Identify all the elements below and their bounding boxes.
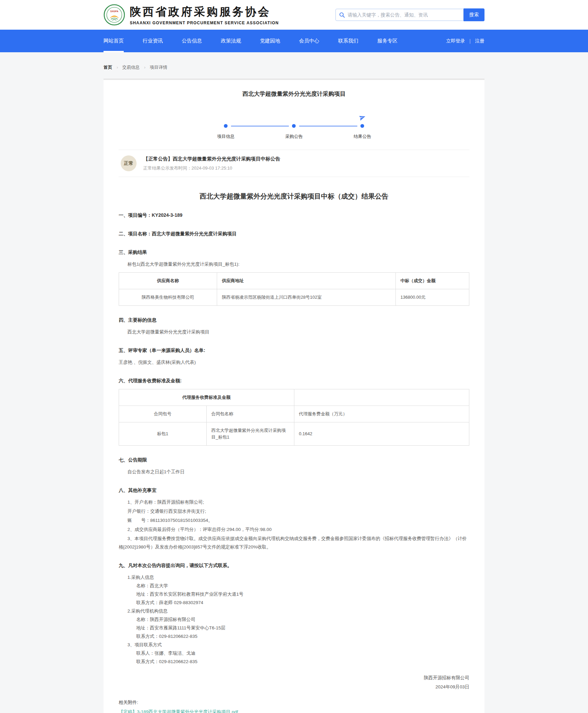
step-dot-project-info xyxy=(224,124,228,128)
section-8-line: 开户银行：交通银行西安甜水井街支行; xyxy=(119,507,469,516)
section-8-line: 1、开户名称：陕西开源招标有限公司; xyxy=(119,498,469,506)
breadcrumb-home[interactable]: 首页 xyxy=(104,65,112,70)
breadcrumb-current: 项目详情 xyxy=(150,65,167,70)
section-8-heading: 八、其他补充事宜 xyxy=(119,486,469,495)
section-5-heading: 五、评审专家（单一来源采购人员）名单: xyxy=(119,346,469,355)
contact-line: 联系方式：薛老师 029-88302974 xyxy=(119,599,469,607)
step-label-result-notice[interactable]: 结果公告 xyxy=(342,133,383,140)
section-8-line: 3、本项目代理服务费按货物计取。成交供应商应依据成交金额向采购代理机构交纳成交服… xyxy=(119,534,469,551)
contact-group-title: 3、项目联系方式 xyxy=(119,641,469,649)
breadcrumb-separator: › xyxy=(144,65,145,70)
step-label-procurement-notice[interactable]: 采购公告 xyxy=(274,133,314,140)
table-header-row: 供应商名称 供应商地址 中标（成交）金额 xyxy=(119,273,469,289)
col-agency-fee: 代理服务费金额（万元） xyxy=(294,406,469,422)
step-dot-result-notice xyxy=(360,124,364,128)
contact-line: 名称：西北大学 xyxy=(119,582,469,590)
contact-line: 地址：西安市长安区郭杜教育科技产业区学府大道1号 xyxy=(119,590,469,599)
breadcrumb-separator: › xyxy=(117,65,118,70)
agency-fee-table: 代理服务收费标准及金额 合同包号 合同包名称 代理服务费金额（万元） 标包1 西… xyxy=(119,389,469,446)
emblem-seal-text: SXGPA xyxy=(110,10,118,13)
contact-group-title: 1.采购人信息 xyxy=(119,573,469,582)
association-emblem-icon: SXGPA xyxy=(104,4,125,26)
contact-group-title: 2.采购代理机构信息 xyxy=(119,607,469,615)
notice-publish-time: 正常结果公示发布时间：2024-09-03 17:25:10 xyxy=(143,165,280,171)
site-title-cn: 陕西省政府采购服务协会 xyxy=(130,4,279,20)
project-detail-card: 西北大学超微量紫外分光光度计采购项目 项目信息 采购公告 结果公告 正常 【 xyxy=(104,79,484,713)
award-amount: 136800.00元 xyxy=(396,289,469,306)
login-link[interactable]: 立即登录 xyxy=(446,38,465,44)
section-3-package-line: 标包1(西北大学超微量紫外分光光度计采购项目_标包1): xyxy=(119,260,469,268)
section-9-heading: 九、凡对本次公告内容提出询问，请按以下方式联系。 xyxy=(119,561,469,570)
site-title-en: SHAANXI GOVERNMENT PROCUREMENT SERVICE A… xyxy=(130,21,279,25)
nav-item-home[interactable]: 网站首页 xyxy=(104,30,124,52)
signature-date: 2024年09月03日 xyxy=(119,682,469,691)
nav-item-party-building[interactable]: 党建园地 xyxy=(260,30,280,52)
section-7-heading: 七、公告期限 xyxy=(119,456,469,464)
search-button[interactable]: 搜索 xyxy=(464,8,484,21)
site-logo[interactable]: SXGPA 陕西省政府采购服务协会 SHAANXI GOVERNMENT PRO… xyxy=(104,4,279,26)
section-8-line: 2、成交供应商最后得分（平均分）：评审总得分:294.00，平均分:98.00 xyxy=(119,525,469,534)
section-1-project-number: 一、项目编号：KY2024-3-189 xyxy=(119,211,469,219)
table-row: 陕西格美生物科技有限公司 陕西省杨凌示范区杨陵街道上川口西单街28号102室 1… xyxy=(119,289,469,306)
main-nav: 网站首页 行业资讯 公告信息 政策法规 党建园地 会员中心 联系我们 服务专区 … xyxy=(0,30,588,52)
auth-divider: ｜ xyxy=(468,38,472,44)
contact-line: 名称：陕西开源招标有限公司 xyxy=(119,615,469,624)
project-title: 西北大学超微量紫外分光光度计采购项目 xyxy=(119,90,469,98)
section-3-heading: 三、采购结果 xyxy=(119,248,469,256)
col-supplier-address: 供应商地址 xyxy=(217,273,396,289)
notice-list-item[interactable]: 正常 【正常公告】西北大学超微量紫外分光光度计采购项目中标公告 正常结果公示发布… xyxy=(119,150,469,177)
section-8-line: 账 号：86113010750181501003354。 xyxy=(119,516,469,525)
nav-item-contact-us[interactable]: 联系我们 xyxy=(338,30,358,52)
step-connector xyxy=(299,126,357,126)
agency-fee-amount: 0.1642 xyxy=(294,422,469,446)
supplier-address: 陕西省杨凌示范区杨陵街道上川口西单街28号102室 xyxy=(217,289,396,306)
section-4-value: 西北大学超微量紫外分光光度计采购项目 xyxy=(119,328,469,336)
page: SXGPA 陕西省政府采购服务协会 SHAANXI GOVERNMENT PRO… xyxy=(0,0,588,713)
table-subheader-row: 合同包号 合同包名称 代理服务费金额（万元） xyxy=(119,406,469,422)
result-table: 供应商名称 供应商地址 中标（成交）金额 陕西格美生物科技有限公司 陕西省杨凌示… xyxy=(119,272,469,306)
status-badge: 正常 xyxy=(121,155,136,171)
attachments-label: 相关附件: xyxy=(119,699,469,706)
table-row: 标包1 西北大学超微量紫外分光光度计采购项目_标包1 0.1642 xyxy=(119,422,469,446)
step-connector xyxy=(231,126,289,126)
nav-item-policy[interactable]: 政策法规 xyxy=(221,30,241,52)
col-contract-package-no: 合同包号 xyxy=(119,406,207,422)
fee-table-empty-header xyxy=(294,390,469,406)
search-icon xyxy=(339,12,345,18)
paper-plane-icon xyxy=(359,114,366,121)
nav-item-industry-news[interactable]: 行业资讯 xyxy=(143,30,163,52)
contact-line: 地址：西安市雁展路1111号莱安中心T6-15层 xyxy=(119,624,469,632)
notice-title: 【正常公告】西北大学超微量紫外分光光度计采购项目中标公告 xyxy=(143,156,280,162)
nav-item-service-zone[interactable]: 服务专区 xyxy=(377,30,398,52)
step-dot-procurement-notice xyxy=(292,124,296,128)
breadcrumb-trade-info[interactable]: 交易信息 xyxy=(122,65,140,70)
signature-block: 陕西开源招标有限公司 2024年09月03日 xyxy=(119,673,469,691)
breadcrumb: 首页 › 交易信息 › 项目详情 xyxy=(104,52,484,70)
contract-package-no: 标包1 xyxy=(119,422,207,446)
table-merged-header-row: 代理服务收费标准及金额 xyxy=(119,390,469,406)
section-4-heading: 四、主要标的信息 xyxy=(119,316,469,324)
fee-table-merged-header: 代理服务收费标准及金额 xyxy=(119,390,294,406)
search-bar: 搜索 xyxy=(335,8,484,21)
col-supplier-name: 供应商名称 xyxy=(119,273,217,289)
attachment-pdf-link[interactable]: 【定稿】3-189西北大学超微量紫外分光光度计采购项目.pdf xyxy=(119,709,238,713)
section-6-heading: 六、代理服务收费标准及金额: xyxy=(119,377,469,385)
nav-item-announcements[interactable]: 公告信息 xyxy=(182,30,202,52)
section-2-project-name: 二、项目名称：西北大学超微量紫外分光光度计采购项目 xyxy=(119,230,469,238)
contact-line: 联系方式：029-81206622-835 xyxy=(119,632,469,641)
supplier-name: 陕西格美生物科技有限公司 xyxy=(119,289,217,306)
section-7-value: 自公告发布之日起1个工作日 xyxy=(119,467,469,476)
step-label-project-info[interactable]: 项目信息 xyxy=(206,133,246,140)
section-5-value: 王彦艳 、倪振文、盛庆林(采购人代表) xyxy=(119,358,469,366)
contact-line: 联系方式：029-81206622-835 xyxy=(119,657,469,666)
contract-package-name: 西北大学超微量紫外分光光度计采购项目_标包1 xyxy=(206,422,294,446)
nav-item-member-center[interactable]: 会员中心 xyxy=(299,30,319,52)
search-input[interactable] xyxy=(348,12,460,18)
contact-line: 联系人：张娜、李瑞洁、戈迪 xyxy=(119,649,469,657)
progress-stepper: 项目信息 采购公告 结果公告 xyxy=(220,114,368,136)
announcement-title: 西北大学超微量紫外分光光度计采购项目中标（成交）结果公告 xyxy=(119,192,469,201)
register-link[interactable]: 注册 xyxy=(475,38,484,44)
col-contract-package-name: 合同包名称 xyxy=(206,406,294,422)
site-header: SXGPA 陕西省政府采购服务协会 SHAANXI GOVERNMENT PRO… xyxy=(0,0,588,30)
col-award-amount: 中标（成交）金额 xyxy=(396,273,469,289)
